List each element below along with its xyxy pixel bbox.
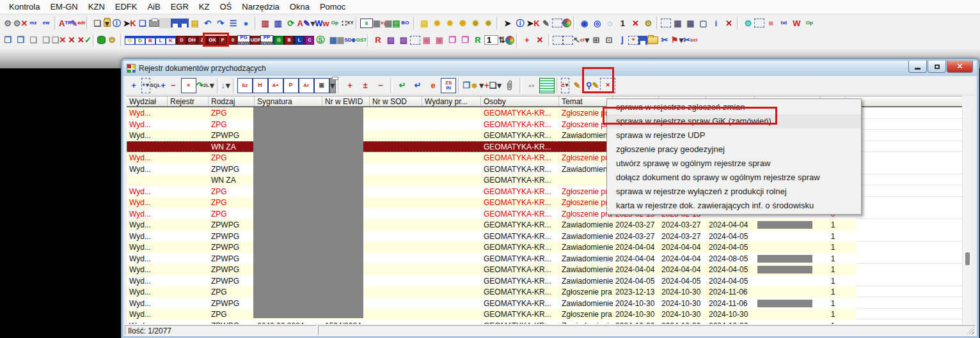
map-db-icon[interactable]: ▦▤: [386, 16, 399, 30]
table-k-icon[interactable]: K: [166, 36, 176, 45]
new-document-icon[interactable]: ❏: [91, 16, 104, 30]
table-row[interactable]: Wyd...ZPWPGGEOMATYKA-KR...Zawiadomienie.…: [127, 253, 856, 265]
adr-pencil-icon[interactable]: ✎adr: [72, 16, 84, 30]
dropdown-caret-icon[interactable]: ▾: [226, 81, 230, 89]
placeholder-icon[interactable]: [159, 18, 171, 28]
sketch-icon[interactable]: ✎: [539, 16, 552, 30]
select-element2-icon[interactable]: [563, 36, 573, 45]
highlight-off-icon[interactable]: ✸: [443, 16, 456, 30]
move-element-icon[interactable]: ↖el▾: [573, 33, 590, 47]
region-delete-icon[interactable]: ◌: [603, 16, 616, 30]
table-d-icon[interactable]: D: [135, 36, 145, 45]
column-header-ewid[interactable]: Nr w EWID: [322, 96, 370, 106]
context-menu-item[interactable]: zgłoszenie pracy geodezyjnej: [607, 142, 861, 157]
dropdown-caret-icon[interactable]: ▾: [105, 19, 109, 27]
one-icon[interactable]: 1: [616, 16, 629, 30]
edit-record-icon[interactable]: ✎: [569, 78, 585, 93]
layers-pink-icon[interactable]: ❐: [446, 33, 459, 47]
dropdown-caret-icon[interactable]: ▾: [585, 36, 589, 44]
save-all-icon[interactable]: [180, 19, 189, 27]
select-plus-icon[interactable]: +: [628, 36, 638, 45]
open-folder-icon[interactable]: ▾: [104, 19, 111, 27]
fit-selection-icon[interactable]: ⊡: [603, 33, 615, 47]
select-rect-icon[interactable]: [661, 19, 671, 27]
r-icon[interactable]: R: [372, 33, 384, 47]
menu-item-kontrola[interactable]: Kontrola: [4, 1, 45, 13]
pick-k2-icon[interactable]: ➤K: [526, 16, 539, 30]
raster-frame-icon[interactable]: ▣: [420, 33, 433, 47]
layers-pink2-icon[interactable]: ❐: [459, 33, 471, 47]
redo-icon[interactable]: ↷: [214, 16, 227, 30]
layers-yellow-icon[interactable]: ▤: [418, 16, 431, 30]
context-menu-item[interactable]: karta w rejestrze dok. zawierających inf…: [607, 199, 861, 213]
cut-selection-icon[interactable]: ✂sel: [684, 33, 697, 47]
bo-icon[interactable]: BO: [399, 16, 411, 30]
register-z-icon[interactable]: Z: [196, 36, 207, 45]
undo-icon[interactable]: ↶: [202, 16, 214, 30]
table-row[interactable]: Wyd...ZPWPG6640.06.20241504/2024GEOMATYK…: [127, 320, 856, 325]
import-row-icon[interactable]: ↵: [395, 78, 410, 93]
info-icon[interactable]: ⓘ: [111, 16, 123, 30]
xy-icon[interactable]: ∷XY: [341, 16, 354, 30]
menu-item-em-gn[interactable]: EM-GN: [45, 1, 83, 13]
register-d-icon[interactable]: D: [176, 36, 186, 45]
a-plus-button[interactable]: A+: [268, 78, 283, 93]
column-header-sod[interactable]: Nr w SOD: [370, 96, 422, 106]
table-b-icon[interactable]: B: [145, 36, 155, 45]
scale-value[interactable]: 1: [484, 35, 498, 45]
delete-icon[interactable]: ✕: [65, 33, 78, 47]
pick-k-icon[interactable]: ➤K: [123, 16, 136, 30]
context-menu-item[interactable]: utwórz sprawę w ogólnym rejestrze spraw: [607, 157, 861, 171]
restore-button[interactable]: [928, 61, 946, 73]
highlight-add-icon[interactable]: ✹: [469, 16, 482, 30]
r-arrow-icon[interactable]: R: [471, 33, 484, 47]
ew-icon[interactable]: ew: [40, 16, 52, 30]
edit-plusminus-icon[interactable]: ±▾: [561, 78, 569, 93]
cursor-icon[interactable]: ➤: [501, 16, 514, 30]
table-l-icon[interactable]: L: [155, 36, 166, 45]
open-e-icon[interactable]: [647, 36, 658, 44]
list-icon[interactable]: ☰: [227, 16, 240, 30]
s-icon[interactable]: Ⓢ: [314, 33, 327, 47]
column-header-sygnatura[interactable]: Sygnatura: [255, 96, 322, 106]
table-row[interactable]: Wyd...ZPWPGGEOMATYKA-KR...Zawiadomienie.…: [127, 219, 856, 231]
column-header-rodzaj[interactable]: Rodzaj: [209, 96, 255, 106]
context-menu-item[interactable]: dołącz dokument do sprawy w ogólnym reje…: [607, 171, 861, 185]
paste-special-icon[interactable]: ❑: [27, 33, 40, 47]
menu-item-oś[interactable]: OŚ: [214, 1, 237, 13]
column-header-wydany[interactable]: Wydany pr...: [422, 96, 481, 106]
save-e-icon[interactable]: [638, 36, 647, 45]
cut-icon[interactable]: ✂: [658, 33, 671, 47]
save-icon[interactable]: [171, 19, 180, 27]
database-icon[interactable]: [97, 36, 106, 44]
select-element-icon[interactable]: [553, 36, 563, 45]
table-view-icon[interactable]: [539, 78, 555, 93]
vertical-scrollbar[interactable]: [962, 107, 972, 324]
menu-item-okna[interactable]: Okna: [285, 1, 315, 13]
attachment-icon[interactable]: [502, 78, 518, 93]
op-icon[interactable]: Op: [328, 16, 341, 30]
table-row[interactable]: Wyd...ZPGGEOMATYKA-KR...Zgłoszenie pra..…: [127, 309, 856, 320]
add-record-icon[interactable]: +: [126, 78, 141, 93]
highlight-sel-icon[interactable]: ✺: [456, 16, 469, 30]
delete-selection-icon[interactable]: ✕: [722, 16, 735, 30]
register-p-icon[interactable]: P: [217, 36, 227, 45]
delete-x-icon[interactable]: ✕: [629, 16, 642, 30]
measure-alt-icon[interactable]: ▥: [272, 16, 285, 30]
delete-x2-icon[interactable]: ✕: [533, 33, 546, 47]
column-header-rejestr[interactable]: Rejestr: [168, 96, 209, 106]
gears-cyan-icon[interactable]: ⚙: [741, 16, 754, 30]
remote-support-icon[interactable]: ●: [240, 16, 253, 30]
table-row[interactable]: Wyd...ZPWPGGEOMATYKA-KR...Zawiadomienie.…: [127, 298, 856, 309]
dropdown-caret-icon[interactable]: ▾: [146, 82, 149, 88]
column-header-wydzial[interactable]: Wydział: [127, 96, 168, 106]
table-o-icon[interactable]: O: [125, 36, 135, 45]
palette2-icon[interactable]: [505, 36, 514, 45]
register-0-icon[interactable]: 0: [227, 36, 237, 45]
swap-columns-icon[interactable]: ⇔: [524, 78, 539, 93]
table-row[interactable]: Wyd...ZPWPGGEOMATYKA-KR...Zawiadomienie.…: [127, 264, 856, 275]
plus-minus-icon[interactable]: ±: [358, 78, 373, 93]
recalc-gear-icon[interactable]: ⚙: [1, 16, 14, 30]
plus-red-icon[interactable]: +: [342, 78, 358, 93]
gst-globe-icon[interactable]: ●GST: [352, 33, 365, 47]
